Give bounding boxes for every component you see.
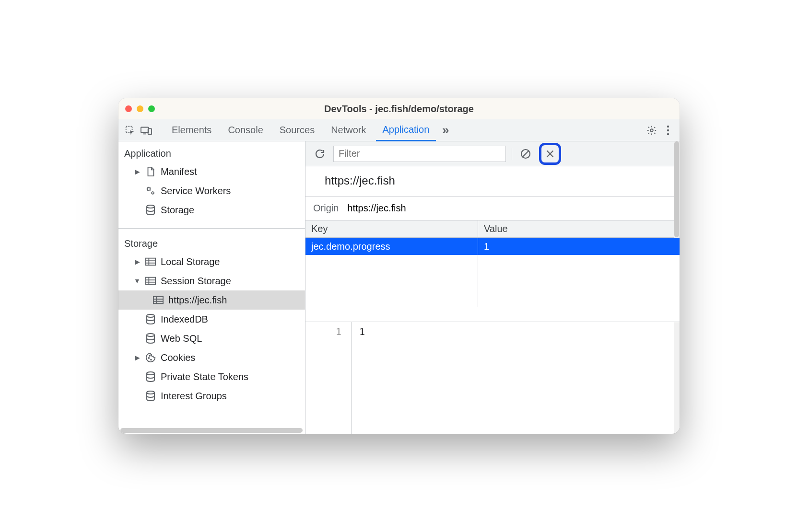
settings-icon[interactable] [645,124,658,137]
section-application-title: Application [118,141,305,162]
storage-panel: https://jec.fish Origin https://jec.fish… [305,141,680,434]
sidebar-item-label: Cookies [161,352,195,363]
value-preview: 1 1 [305,322,680,434]
sidebar-item-cookies[interactable]: ▶ Cookies [118,348,305,367]
filter-input[interactable] [333,146,506,162]
tab-elements[interactable]: Elements [165,119,218,141]
storage-table-header: Key Value [305,220,680,238]
column-value[interactable]: Value [478,220,680,237]
origin-label: Origin [313,203,339,214]
sidebar-item-label: Web SQL [161,333,202,344]
svg-point-6 [667,129,669,131]
sidebar-item-label: Manifest [161,166,197,177]
storage-row-selected[interactable]: jec.demo.progress 1 [305,238,680,255]
column-key[interactable]: Key [305,220,478,237]
svg-point-25 [148,358,149,359]
sidebar-item-label: Private State Tokens [161,371,248,382]
origin-heading: https://jec.fish [305,166,680,197]
window-title: DevTools - jec.fish/demo/storage [118,104,680,115]
svg-point-8 [148,188,151,191]
database-icon [144,370,157,383]
sidebar-item-local-storage[interactable]: ▶ Local Storage [118,252,305,271]
file-icon [144,165,157,178]
devtools-window: DevTools - jec.fish/demo/storage Element… [118,98,680,434]
svg-rect-1 [141,127,149,132]
svg-point-28 [147,372,154,375]
database-icon [144,332,157,345]
sidebar-item-indexeddb[interactable]: IndexedDB [118,310,305,329]
sidebar-item-private-state-tokens[interactable]: Private State Tokens [118,367,305,386]
divider [118,228,305,229]
svg-point-27 [149,355,150,356]
storage-row-value: 1 [478,238,680,255]
sidebar-item-interest-groups[interactable]: Interest Groups [118,386,305,405]
svg-rect-11 [146,258,155,266]
clear-all-icon[interactable] [518,146,533,162]
titlebar: DevTools - jec.fish/demo/storage [118,98,680,119]
more-tabs-icon[interactable]: » [439,124,452,137]
empty-rows [305,255,680,322]
device-mode-icon[interactable] [140,124,153,137]
window-minimize-button[interactable] [137,105,143,112]
svg-point-4 [650,129,653,132]
inspect-element-icon[interactable] [123,124,137,137]
preview-line-number: 1 [305,322,352,434]
storage-table-body: jec.demo.progress 1 [305,238,680,322]
svg-rect-19 [153,297,163,304]
preview-content: 1 [352,322,680,434]
sidebar-item-manifest[interactable]: ▶ Manifest [118,162,305,181]
kebab-menu-icon[interactable] [661,124,675,137]
refresh-icon[interactable] [312,146,328,162]
svg-point-29 [147,391,154,394]
svg-point-24 [147,334,154,336]
window-close-button[interactable] [125,105,132,112]
origin-row: Origin https://jec.fish [305,197,680,220]
svg-rect-15 [146,278,155,285]
svg-point-7 [667,133,669,135]
sidebar-item-storage-overview[interactable]: Storage [118,200,305,220]
database-icon [144,204,157,216]
sidebar-item-websql[interactable]: Web SQL [118,329,305,348]
twisty-right-icon: ▶ [134,258,141,266]
sidebar-item-label: Interest Groups [161,391,227,402]
application-sidebar: Application ▶ Manifest Service Workers [118,141,305,434]
svg-point-23 [147,314,154,317]
svg-point-10 [147,205,154,208]
origin-value: https://jec.fish [347,203,406,214]
sidebar-item-session-storage-origin[interactable]: https://jec.fish [118,290,305,310]
sidebar-item-label: Service Workers [161,185,231,197]
sidebar-item-label: Storage [161,205,194,216]
tab-network[interactable]: Network [324,119,373,141]
twisty-right-icon: ▶ [134,354,141,361]
window-zoom-button[interactable] [148,105,155,112]
table-icon [152,294,164,306]
twisty-right-icon: ▶ [134,168,141,175]
tab-sources[interactable]: Sources [273,119,321,141]
database-icon [144,313,157,325]
delete-selected-icon[interactable] [542,146,558,162]
gears-icon [144,185,157,197]
table-icon [144,275,157,287]
divider [512,148,512,160]
storage-toolbar [305,141,680,166]
sidebar-item-session-storage[interactable]: ▼ Session Storage [118,271,305,290]
svg-line-31 [523,151,528,157]
tab-application[interactable]: Application [376,119,436,141]
storage-row-key: jec.demo.progress [305,238,478,255]
divider [159,125,159,136]
twisty-down-icon: ▼ [134,277,141,285]
table-icon [144,255,157,268]
sidebar-item-label: IndexedDB [161,314,208,325]
highlight-annotation [539,143,561,165]
vertical-scrollbar-thumb[interactable] [674,141,679,237]
tab-console[interactable]: Console [221,119,270,141]
sidebar-item-label: Local Storage [161,256,220,267]
traffic-lights [125,105,155,112]
svg-point-26 [151,359,152,360]
panel-tabs: Elements Console Sources Network Applica… [118,119,680,141]
cookie-icon [144,351,157,364]
sidebar-item-label: Session Storage [161,276,231,287]
sidebar-item-label: https://jec.fish [168,295,227,306]
sidebar-item-service-workers[interactable]: Service Workers [118,181,305,200]
horizontal-scrollbar[interactable] [120,428,303,433]
